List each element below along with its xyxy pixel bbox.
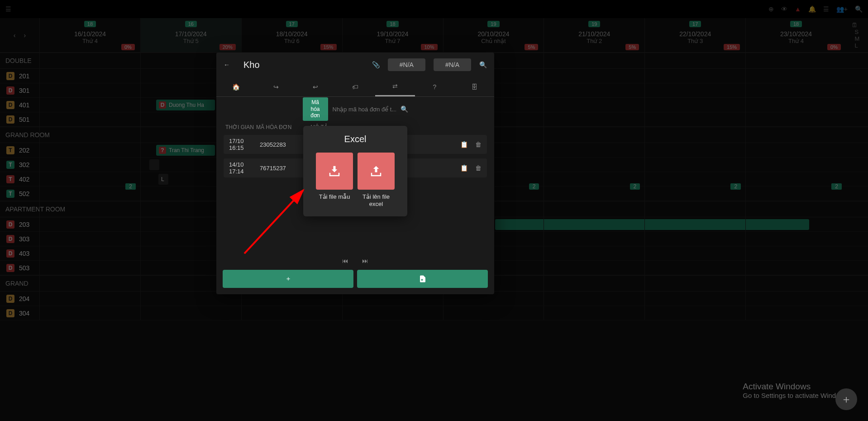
download-icon [328,164,341,178]
upload-icon [369,164,383,178]
file-plus-icon [419,275,427,283]
fab-add[interactable]: ＋ [835,388,857,410]
excel-popover: Excel Tải file mẫu Tải lên file excel [303,126,407,216]
attachment-icon[interactable]: 📎 [372,61,380,68]
add-button[interactable]: ＋ [223,270,353,288]
transfer-tab[interactable]: ⇄ [375,77,415,96]
download-label: Tải file mẫu [319,193,350,201]
search-row: Mã hóa đơn 🔍 [216,97,494,121]
row-time: 14/10 17:14 [229,161,260,175]
col-time: THỜI GIAN [225,124,256,130]
back-icon[interactable]: ← [224,61,230,68]
watermark-line2: Go to Settings to activate Windows. [743,392,850,399]
upload-excel-button[interactable]: Tải lên file excel [358,153,395,207]
invoice-code-input[interactable] [333,106,396,113]
home-tab[interactable]: 🏠 [216,77,256,96]
first-page-icon[interactable]: ⏮ [342,257,348,264]
add-file-button[interactable] [357,270,488,288]
invoice-code-button[interactable]: Mã hóa đơn [303,97,328,120]
last-page-icon[interactable]: ⏭ [362,257,368,264]
row-time: 17/10 16:15 [229,138,260,151]
delete-icon[interactable]: 🗑 [475,141,482,148]
windows-watermark: Activate Windows Go to Settings to activ… [743,382,850,399]
copy-icon[interactable]: 📋 [460,164,468,172]
watermark-line1: Activate Windows [743,382,850,392]
pager: ⏮ ⏭ [216,252,494,270]
logout-tab[interactable]: ↩ [296,77,335,96]
upload-label: Tải lên file excel [358,193,395,207]
chip-b[interactable]: #N/A [434,58,471,71]
delete-icon[interactable]: 🗑 [475,164,482,172]
help-tab[interactable]: ? [415,77,455,96]
excel-title: Excel [310,134,401,144]
tag-tab[interactable]: 🏷 [335,77,375,96]
panel-search-icon[interactable]: 🔍 [479,61,487,68]
col-code: MÃ HÓA ĐƠN [256,124,310,130]
chip-a[interactable]: #N/A [388,58,425,71]
search-submit-icon[interactable]: 🔍 [401,105,408,113]
panel-tabs: 🏠 ↪ ↩ 🏷 ⇄ ? 🗄 [216,77,494,97]
panel-title: Kho [243,60,260,70]
archive-tab[interactable]: 🗄 [454,77,494,96]
download-template-button[interactable]: Tải file mẫu [316,153,353,207]
copy-icon[interactable]: 📋 [460,141,468,148]
panel-footer: ＋ [216,270,494,294]
login-tab[interactable]: ↪ [256,77,296,96]
panel-header: ← Kho 📎 #N/A #N/A 🔍 [216,53,494,77]
